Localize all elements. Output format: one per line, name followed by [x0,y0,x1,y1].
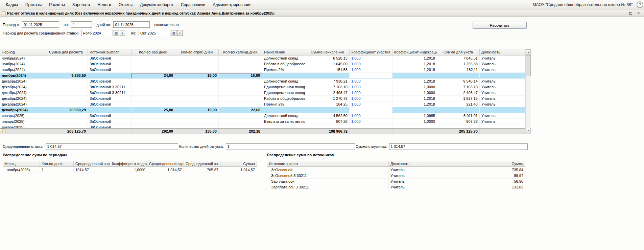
total-cell [88,129,132,134]
column-header[interactable]: Кол-во раб.дней [132,49,175,55]
column-header[interactable]: Среднедневной зараб... [147,161,184,167]
vacation-sum-label: Сумма отпускных: [356,144,387,149]
table-cell: Единовременная поощрит... [262,90,305,96]
table-cell: 1.000 [350,84,392,90]
rate-to-calendar-button[interactable]: ▦ [171,30,176,36]
table-row[interactable]: ноябрь(2024)ЗпОсновнойРабота в общеобраз… [0,61,525,67]
vacation-sum-input[interactable] [389,143,528,150]
table-cell: 56,96 [500,179,525,184]
table-cell [44,90,88,96]
table-scrollbar[interactable]: ▲ ▼ [525,49,531,134]
column-header[interactable]: Должность [480,49,525,55]
table-cell: 6 528,13 [305,55,350,61]
table-row[interactable]: декабрь(2024)20 950,2925,0019,0022,68 [0,107,525,113]
avg-rate-input[interactable] [46,143,178,150]
rate-to-select-button[interactable]: ▾ [177,30,183,36]
table-cell: 16,60 [219,73,262,78]
menu-item[interactable]: Расчеты [45,1,69,9]
period-to-input[interactable] [113,21,150,28]
column-header[interactable]: Коэффициент индекс... [110,161,147,167]
rate-period-to-input[interactable] [139,30,170,36]
menu-item[interactable]: Администрирование [209,1,255,9]
scroll-up-button[interactable]: ▲ [526,49,531,55]
menu-item[interactable]: Зарплата [69,1,94,9]
table-cell: 2 498,47 [437,90,480,96]
table-row[interactable]: декабрь(2024)ЗпОсновной З 30211Единоврем… [0,84,525,90]
table-row[interactable]: декабрь(2024)ЗпОсновнойПремия 2%184,251.… [0,101,525,107]
table-cell: 15,00 [175,73,219,78]
table-row[interactable]: ЗпОсновнойУчитель735,84 [267,167,525,173]
scroll-down-button[interactable]: ▼ [526,128,531,133]
column-header[interactable]: Сумма для расчёта [44,49,88,55]
table-cell [437,107,480,113]
table-cell [480,124,525,128]
table-row[interactable]: январь(2025)ЗпОсновнойВыплата за качеств… [0,119,525,124]
table-cell: Должностной оклад [262,78,305,84]
form-icon [2,11,5,15]
menu-item[interactable]: Отчеты [115,1,136,9]
period-from-input[interactable] [22,21,59,28]
column-header[interactable]: Коэффициент участия [350,49,392,55]
column-header[interactable]: Коэффициент индексации [392,49,437,55]
totals-sigma-button[interactable]: Σ [1,129,5,133]
menu-item[interactable]: Документооборот [136,1,177,9]
menu-item[interactable]: Приказы [22,1,45,9]
column-header[interactable]: Среднедневной зараб... [74,161,110,167]
table-cell [219,61,262,67]
table-row[interactable]: ноябрь(2024)ЗпОсновнойПремия 2%151,531.0… [0,67,525,73]
menu-item[interactable]: Налоги [94,1,115,9]
table-row[interactable]: декабрь(2024)ЗпОсновной З 30211Единоврем… [0,90,525,96]
restore-window-button[interactable] [628,10,633,16]
scroll-thumb[interactable] [526,55,531,76]
column-header[interactable]: Кол-во отраб.дней [175,49,219,55]
column-header[interactable]: Источник выплат [88,49,132,55]
close-window-button[interactable]: × [636,10,641,16]
table-row[interactable]: ЗпОсновной З 30211Учитель89,94 [267,173,525,179]
menu-item[interactable]: Кадры [2,1,22,9]
column-header[interactable]: Источник выплат [267,161,389,167]
calculate-button[interactable]: Рассчитать [473,22,527,29]
table-row[interactable]: Зарплата осн З 30211Учитель131,83 [267,184,525,190]
column-header[interactable]: Кол-во дней [40,161,74,167]
table-cell [132,119,175,124]
column-header[interactable]: Среднедневной за... [184,161,220,167]
column-header[interactable]: Сумма [500,161,525,167]
table-cell [44,78,88,84]
rate-from-calendar-button[interactable]: ▦ [114,30,119,36]
table-row[interactable]: декабрь(2024)ЗпОсновнойРабота в общеобра… [0,96,525,101]
column-header[interactable]: Кол-во календ.дней [219,49,262,55]
close-icon: × [637,11,640,15]
total-cell: 135,00 [175,129,219,134]
column-header[interactable]: Месяц [3,161,40,167]
menu-items: КадрыПриказыРасчетыЗарплатаНалогиОтчетыД… [2,1,255,9]
table-cell: январь(2025) [0,113,44,119]
column-header[interactable]: Должность [389,161,500,167]
help-icon[interactable]: ? [637,1,643,8]
vacation-days-input[interactable] [226,143,355,150]
table-cell [392,124,437,128]
menu-item[interactable]: Справочники [177,1,209,9]
column-header[interactable]: Период [0,49,44,55]
table-row[interactable]: декабрь(2024)ЗпОсновнойДолжностной оклад… [0,78,525,84]
table-row[interactable]: ноябрь(2025)11014.571,00001 014,57765.87… [3,167,257,173]
table-cell: 9 540,14 [437,78,480,84]
table-cell [219,124,262,128]
column-header[interactable]: Сумма [220,161,257,167]
table-cell: ноябрь(2024) [0,61,44,67]
table-cell [132,124,175,128]
table-cell: 4 562,50 [305,113,350,119]
parameters-form: Период с: на: дней по: включительно Пери… [0,17,644,40]
table-cell [480,107,525,113]
table-cell: Учитель [480,84,525,90]
table-row[interactable]: январь(2025)ЗпОсновнойДолжностной оклад4… [0,113,525,119]
days-count-input[interactable] [71,21,92,28]
column-header[interactable]: Сумма для учета [437,49,480,55]
rate-period-from-input[interactable] [81,30,113,36]
column-header[interactable]: Начисление [262,49,305,55]
table-row[interactable]: ноябрь(2024)ЗпОсновнойДолжностной оклад6… [0,55,525,61]
table-row[interactable]: Зарплата оснУчитель56,96 [267,179,525,184]
column-header[interactable]: Сумма начислений [305,49,350,55]
table-row[interactable]: ноябрь(2024)9 283,5024,0015,0016,60 [0,73,525,78]
table-row[interactable]: январь(2025)ЗпОсновной [0,124,525,128]
rate-from-select-button[interactable]: ▾ [120,30,125,36]
